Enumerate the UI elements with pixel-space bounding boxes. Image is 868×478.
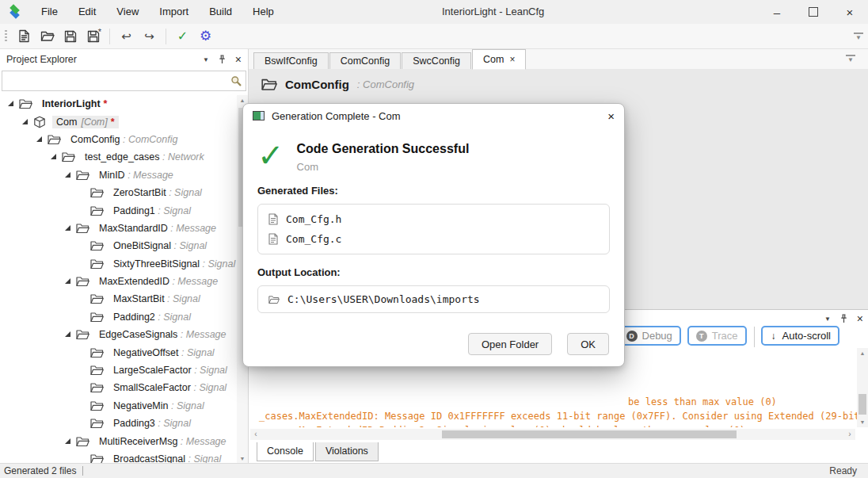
tree-item[interactable]: Padding2 Signal (0, 308, 237, 326)
tree-expander-icon[interactable] (49, 152, 59, 162)
tree-expander-icon[interactable] (63, 170, 73, 180)
folder-icon (90, 365, 104, 376)
tree-item-type: Message (177, 436, 226, 447)
undo-button[interactable]: ↩ (116, 26, 137, 47)
open-project-button[interactable] (36, 26, 58, 47)
redo-icon: ↪ (144, 29, 154, 44)
validate-button[interactable]: ✓ (172, 26, 193, 47)
redo-button[interactable]: ↪ (139, 26, 160, 47)
menu-item[interactable]: Import (149, 0, 199, 24)
tree-item-label: test_edge_cases (85, 151, 160, 163)
save-all-button[interactable]: * (82, 26, 104, 47)
editor-tab[interactable]: Com × (472, 49, 526, 70)
tree-item[interactable]: InteriorLight * (0, 95, 237, 113)
bottom-tab[interactable]: Console (257, 442, 314, 461)
folder-icon (19, 98, 32, 109)
tree-item[interactable]: NegativeOffset Signal (0, 343, 237, 361)
generated-file-item[interactable]: Com_Cfg.c (268, 233, 599, 245)
scroll-right-icon: › (844, 429, 855, 440)
tree-item-label: SmallScaleFactor (113, 382, 191, 393)
tree-item-label: Padding3 (113, 418, 155, 429)
menu-item[interactable]: View (106, 0, 149, 24)
menu-item[interactable]: Edit (68, 0, 106, 24)
tree-item[interactable]: SmallScaleFactor Signal (0, 379, 237, 396)
tree-item[interactable]: Padding1 Signal (0, 201, 237, 219)
scrollbar-thumb[interactable] (442, 430, 737, 438)
tree-expander-icon[interactable] (63, 277, 73, 286)
new-file-button[interactable] (13, 26, 35, 47)
panel-close-icon[interactable]: × (857, 313, 863, 324)
generation-complete-dialog: Generation Complete - Com × ✓ Code Gener… (242, 103, 625, 367)
tree-expander-icon[interactable] (63, 224, 73, 233)
tree-expander-icon[interactable] (21, 117, 30, 127)
dialog-close-icon[interactable]: × (607, 109, 615, 123)
tree-item[interactable]: OneBitSignal Signal (0, 237, 237, 254)
pin-icon[interactable] (839, 314, 848, 323)
tree-item[interactable]: ComConfig ComConfig (0, 131, 237, 148)
console-vertical-scrollbar[interactable]: ▲ ▼ (857, 348, 868, 427)
tree-item[interactable]: NegativeMin Signal (0, 397, 237, 415)
tree-item-type: Signal (178, 347, 214, 358)
tree-item[interactable]: Padding3 Signal (0, 415, 237, 432)
generated-file-item[interactable]: Com_Cfg.h (268, 213, 599, 225)
tree-item[interactable]: SixtyThreeBitSignal Signal (0, 255, 237, 273)
search-icon[interactable] (230, 75, 242, 86)
open-folder-button[interactable]: Open Folder (468, 333, 552, 355)
tree-expander-icon[interactable] (6, 99, 16, 109)
tree-item[interactable]: ZeroStartBit Signal (0, 184, 237, 201)
tree-item[interactable]: test_edge_cases Network (0, 148, 237, 166)
tree-item[interactable]: MinID Message (0, 166, 237, 184)
log-filter-button[interactable]: T Trace (687, 326, 747, 346)
tree-item-type: ComConfig (120, 134, 178, 145)
tree-item[interactable]: LargeScaleFactor Signal (0, 361, 237, 379)
folder-icon (76, 436, 89, 447)
folder-icon (90, 187, 104, 198)
panel-menu-icon[interactable]: ▼ (824, 315, 831, 323)
menu-item[interactable]: File (31, 0, 68, 24)
tree-item[interactable]: MultiReceiverMsg Message (0, 432, 237, 449)
package-icon (33, 116, 46, 128)
toolbar-overflow-icon[interactable]: ▼ (854, 33, 863, 40)
menu-item[interactable]: Build (199, 0, 242, 24)
tree-item[interactable]: BroadcastSignal Signal (0, 450, 237, 464)
pin-icon[interactable] (218, 55, 227, 64)
minimize-button[interactable]: – (759, 0, 795, 24)
tree-expander-icon[interactable] (63, 330, 73, 339)
log-filter-button[interactable]: ↓ Auto-scroll (761, 326, 839, 346)
folder-icon (261, 78, 277, 91)
ok-button[interactable]: OK (567, 333, 609, 355)
close-button[interactable]: × (832, 0, 868, 24)
console-log-line: _cases.MaxExtendedID.Padding2: Signal mi… (259, 423, 857, 427)
filter-badge-icon: T (696, 331, 707, 342)
tree-item-label: MaxStandardID (99, 223, 168, 234)
tree-item[interactable]: EdgeCaseSignals Message (0, 326, 237, 343)
search-input[interactable] (2, 71, 230, 90)
tab-list-icon[interactable]: ▼ (846, 55, 855, 62)
tree-item[interactable]: MaxStandardID Message (0, 220, 237, 237)
tree-item-label: Padding2 (113, 312, 155, 323)
editor-tab[interactable]: BswIfConfig × (253, 52, 329, 69)
tree-item[interactable]: MaxStartBit Signal (0, 290, 237, 308)
scrollbar-thumb[interactable] (858, 394, 866, 415)
menu-item[interactable]: Help (242, 0, 284, 24)
tab-close-icon[interactable]: × (509, 54, 515, 65)
file-name: Com_Cfg.h (286, 213, 341, 225)
panel-menu-icon[interactable]: ▼ (203, 56, 209, 63)
maximize-button[interactable] (795, 0, 832, 24)
editor-tab[interactable]: ComConfig × (329, 52, 402, 69)
gear-icon: ⚙ (200, 28, 211, 44)
toolbar-grip-handle[interactable] (5, 30, 7, 43)
tree-item[interactable]: MaxExtendedID Message (0, 273, 237, 290)
save-button[interactable] (59, 26, 81, 47)
bottom-tab[interactable]: Violations (315, 442, 379, 461)
tree-expander-icon[interactable] (35, 135, 44, 144)
tree-expander-icon[interactable] (63, 437, 73, 446)
log-filter-button[interactable]: D Debug (618, 326, 681, 346)
panel-close-icon[interactable]: × (235, 54, 242, 65)
generate-button[interactable]: ⚙ (195, 26, 216, 47)
tree-item[interactable]: Com [Com] * (0, 113, 237, 130)
console-horizontal-scrollbar[interactable]: ‹ › (250, 429, 855, 440)
status-bar: Generated 2 files Ready (0, 463, 868, 478)
editor-tab[interactable]: SwcConfig × (402, 52, 471, 69)
tree-item-label: EdgeCaseSignals (99, 329, 177, 340)
